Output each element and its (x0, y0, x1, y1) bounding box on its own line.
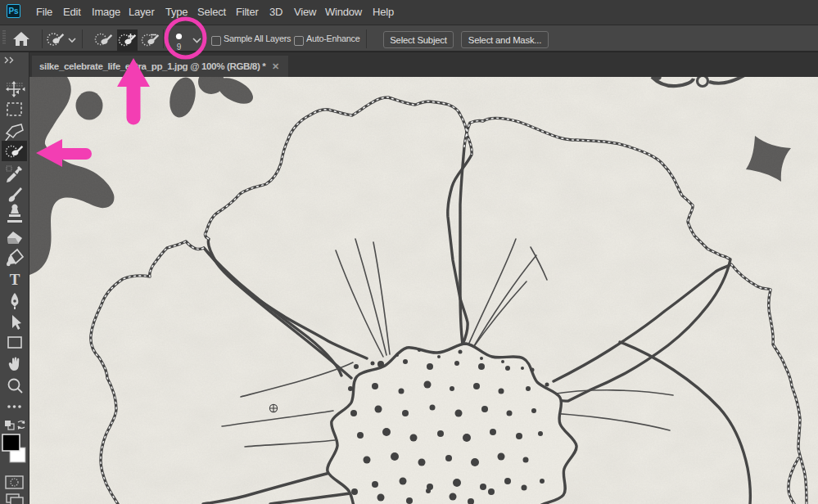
svg-text:T: T (10, 271, 20, 288)
svg-text:9: 9 (177, 43, 182, 52)
